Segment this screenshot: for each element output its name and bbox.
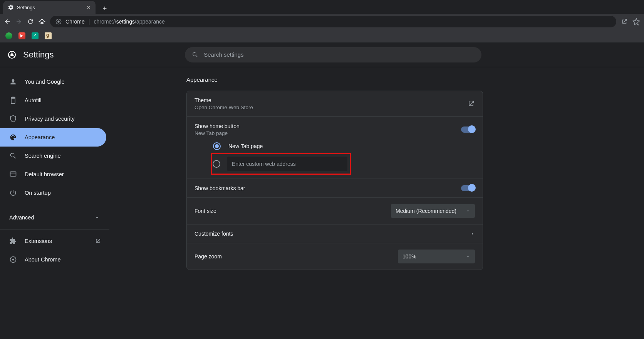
sidebar-item-label: Autofill bbox=[25, 97, 42, 103]
clipboard-icon bbox=[9, 96, 17, 104]
sidebar-advanced[interactable]: Advanced bbox=[0, 208, 109, 227]
sidebar-item-privacy[interactable]: Privacy and security bbox=[0, 110, 106, 128]
radio-custom-address[interactable] bbox=[213, 160, 220, 168]
sidebar-item-extensions[interactable]: Extensions bbox=[0, 232, 106, 250]
chevron-down-icon bbox=[466, 209, 470, 213]
sidebar-item-default-browser[interactable]: Default browser bbox=[0, 165, 106, 184]
external-link-icon bbox=[95, 238, 101, 244]
browser-toolbar: Chrome | chrome://settings/appearance bbox=[0, 14, 644, 29]
font-size-value: Medium (Recommended) bbox=[396, 208, 456, 214]
bookmarks-bar-title: Show bookmarks bar bbox=[195, 185, 461, 191]
power-icon bbox=[9, 189, 17, 197]
customize-fonts-row[interactable]: Customize fonts bbox=[187, 224, 483, 243]
sidebar-item-label: You and Google bbox=[25, 79, 64, 85]
section-heading: Appearance bbox=[186, 76, 483, 83]
bookmarks-bar-row: Show bookmarks bar bbox=[187, 179, 483, 198]
palette-icon bbox=[9, 133, 17, 141]
sidebar-item-label: Extensions bbox=[25, 238, 52, 244]
font-size-select[interactable]: Medium (Recommended) bbox=[391, 204, 475, 218]
home-button-toggle[interactable] bbox=[461, 126, 475, 133]
sidebar-item-search-engine[interactable]: Search engine bbox=[0, 147, 106, 165]
svg-point-1 bbox=[57, 20, 59, 22]
home-icon[interactable] bbox=[39, 18, 45, 25]
chrome-icon bbox=[9, 256, 17, 263]
font-size-title: Font size bbox=[195, 208, 391, 214]
sidebar: You and Google Autofill Privacy and secu… bbox=[0, 67, 109, 339]
chrome-logo-icon bbox=[8, 51, 16, 59]
browser-tab-settings[interactable]: Settings ✕ bbox=[3, 1, 96, 14]
gear-icon bbox=[8, 4, 14, 10]
chevron-down-icon bbox=[94, 214, 100, 221]
bookmark-4[interactable] bbox=[45, 32, 52, 39]
radio-new-tab-label: New Tab page bbox=[228, 143, 263, 149]
page-zoom-select[interactable]: 100% bbox=[398, 250, 475, 263]
bookmarks-bar-toggle[interactable] bbox=[461, 185, 475, 191]
settings-main: You and Google Autofill Privacy and secu… bbox=[0, 67, 644, 339]
sidebar-item-you-and-google[interactable]: You and Google bbox=[0, 73, 106, 91]
close-icon[interactable]: ✕ bbox=[86, 4, 91, 10]
theme-sub: Open Chrome Web Store bbox=[195, 105, 467, 110]
home-button-title: Show home button bbox=[195, 123, 461, 129]
puzzle-icon bbox=[9, 237, 17, 245]
radio-selected-icon[interactable] bbox=[213, 142, 221, 150]
page-zoom-value: 100% bbox=[402, 253, 416, 260]
bookmark-star-icon[interactable] bbox=[632, 18, 640, 25]
tab-title: Settings bbox=[17, 5, 83, 10]
appearance-card: Theme Open Chrome Web Store Show home bu… bbox=[186, 91, 483, 270]
tab-strip: Settings ✕ + bbox=[0, 0, 644, 14]
custom-address-input[interactable] bbox=[227, 157, 347, 171]
browser-icon bbox=[9, 170, 17, 178]
sidebar-divider bbox=[0, 229, 109, 229]
sidebar-item-label: Default browser bbox=[25, 171, 64, 177]
person-icon bbox=[9, 78, 17, 86]
search-settings[interactable] bbox=[185, 47, 481, 62]
reload-icon[interactable] bbox=[27, 18, 34, 25]
page-zoom-title: Page zoom bbox=[195, 253, 398, 260]
sidebar-item-label: About Chrome bbox=[25, 256, 61, 263]
page-title: Settings bbox=[23, 50, 185, 60]
back-icon[interactable] bbox=[4, 18, 11, 25]
sidebar-item-label: Search engine bbox=[25, 153, 61, 159]
highlight-box bbox=[211, 153, 351, 175]
forward-icon bbox=[15, 18, 22, 25]
new-tab-button[interactable]: + bbox=[99, 3, 110, 14]
theme-row[interactable]: Theme Open Chrome Web Store bbox=[187, 91, 483, 117]
theme-title: Theme bbox=[195, 97, 467, 103]
content-column: Appearance Theme Open Chrome Web Store bbox=[109, 67, 644, 339]
shield-icon bbox=[9, 115, 17, 123]
home-button-sub: New Tab page bbox=[195, 130, 461, 136]
sidebar-item-label: Appearance bbox=[25, 134, 55, 140]
settings-header: Settings bbox=[0, 42, 644, 67]
sidebar-item-autofill[interactable]: Autofill bbox=[0, 91, 106, 110]
page-zoom-row: Page zoom 100% bbox=[187, 243, 483, 270]
svg-point-6 bbox=[12, 259, 14, 261]
chrome-icon bbox=[55, 19, 62, 25]
bookmark-3[interactable] bbox=[32, 32, 39, 39]
svg-point-3 bbox=[10, 53, 13, 56]
omnibox-label: Chrome bbox=[65, 19, 85, 25]
omnibox-divider: | bbox=[89, 19, 90, 25]
home-button-row: Show home button New Tab page New Tab pa… bbox=[187, 117, 483, 179]
omnibox[interactable]: Chrome | chrome://settings/appearance bbox=[50, 16, 616, 27]
bookmark-1[interactable] bbox=[5, 32, 12, 39]
sidebar-advanced-label: Advanced bbox=[9, 214, 34, 221]
sidebar-item-label: On startup bbox=[25, 190, 51, 196]
svg-rect-4 bbox=[10, 172, 16, 176]
chevron-right-icon bbox=[470, 231, 475, 236]
customize-fonts-title: Customize fonts bbox=[195, 231, 470, 237]
bookmark-2[interactable] bbox=[18, 32, 25, 39]
search-icon bbox=[192, 51, 198, 58]
search-input[interactable] bbox=[204, 51, 475, 58]
radio-new-tab-page[interactable]: New Tab page bbox=[213, 138, 475, 155]
sidebar-item-on-startup[interactable]: On startup bbox=[0, 184, 106, 202]
font-size-row: Font size Medium (Recommended) bbox=[187, 198, 483, 224]
settings-page: Settings You and Google Autofill Privacy… bbox=[0, 42, 644, 339]
share-icon[interactable] bbox=[621, 18, 628, 25]
omnibox-url: chrome://settings/appearance bbox=[94, 19, 164, 25]
sidebar-item-appearance[interactable]: Appearance bbox=[0, 128, 106, 147]
chevron-down-icon bbox=[466, 254, 470, 259]
sidebar-item-about[interactable]: About Chrome bbox=[0, 250, 106, 269]
external-link-icon bbox=[467, 100, 475, 108]
search-icon bbox=[9, 152, 17, 160]
bookmarks-bar bbox=[0, 29, 644, 42]
